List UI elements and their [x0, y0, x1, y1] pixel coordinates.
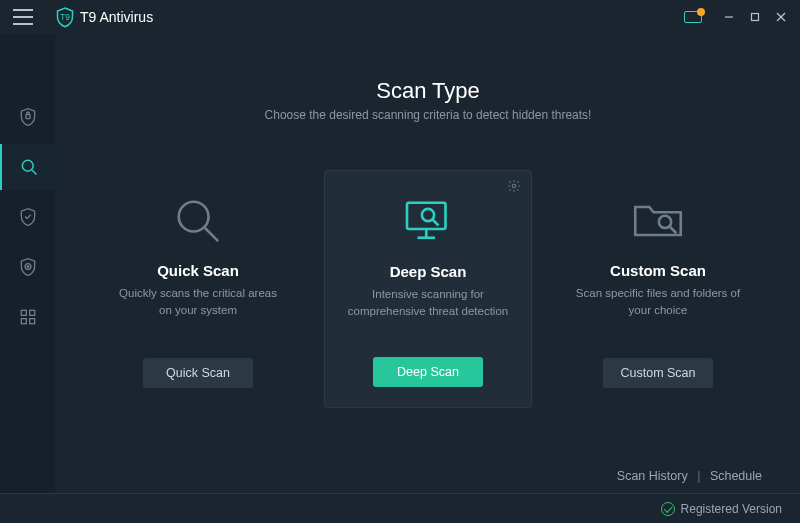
card-desc: Quickly scans the critical areas on your… — [112, 285, 284, 346]
magnifier-icon — [167, 190, 229, 252]
card-title: Quick Scan — [157, 262, 239, 279]
card-desc: Scan specific files and folders of your … — [572, 285, 744, 346]
monitor-scan-icon — [397, 191, 459, 253]
quick-scan-button[interactable]: Quick Scan — [143, 358, 253, 388]
svg-rect-10 — [21, 310, 26, 315]
menu-button[interactable] — [0, 0, 46, 34]
svg-line-21 — [432, 219, 438, 225]
svg-rect-12 — [21, 319, 26, 324]
registration-status: Registered Version — [681, 502, 782, 516]
svg-point-14 — [179, 202, 209, 232]
separator: | — [697, 469, 700, 483]
svg-rect-17 — [407, 203, 446, 229]
titlebar: T9 T9 Antivirus — [0, 0, 800, 34]
check-icon — [661, 502, 675, 516]
scan-history-link[interactable]: Scan History — [617, 469, 688, 483]
sidebar-item-apps[interactable] — [0, 294, 56, 340]
svg-point-22 — [659, 216, 671, 228]
card-quick-scan: Quick Scan Quickly scans the critical ar… — [94, 170, 302, 408]
svg-point-16 — [512, 184, 516, 188]
wallet-icon[interactable] — [684, 11, 702, 23]
scan-cards: Quick Scan Quickly scans the critical ar… — [88, 170, 768, 408]
svg-rect-2 — [752, 14, 759, 21]
svg-rect-5 — [25, 115, 29, 119]
footer-links: Scan History | Schedule — [88, 469, 768, 483]
maximize-button[interactable] — [742, 4, 768, 30]
app-title: T9 Antivirus — [80, 9, 153, 25]
svg-line-15 — [205, 228, 218, 241]
deep-scan-button[interactable]: Deep Scan — [373, 357, 483, 387]
page-subtitle: Choose the desired scanning criteria to … — [88, 108, 768, 122]
folder-scan-icon — [627, 190, 689, 252]
statusbar: Registered Version — [0, 493, 800, 523]
sidebar-item-firewall[interactable] — [0, 244, 56, 290]
sidebar-item-protection[interactable] — [0, 94, 56, 140]
shield-logo-icon: T9 — [56, 6, 74, 28]
app-brand: T9 T9 Antivirus — [56, 6, 153, 28]
svg-line-7 — [31, 170, 36, 175]
svg-line-23 — [669, 226, 676, 233]
sidebar-item-shield-check[interactable] — [0, 194, 56, 240]
card-title: Deep Scan — [390, 263, 467, 280]
page-title: Scan Type — [88, 78, 768, 104]
svg-text:T9: T9 — [60, 13, 70, 22]
svg-point-6 — [22, 160, 33, 171]
minimize-button[interactable] — [716, 4, 742, 30]
card-desc: Intensive scanning for comprehensive thr… — [343, 286, 513, 345]
svg-point-9 — [27, 266, 29, 268]
gear-icon[interactable] — [507, 179, 521, 197]
schedule-link[interactable]: Schedule — [710, 469, 762, 483]
close-button[interactable] — [768, 4, 794, 30]
svg-rect-13 — [29, 319, 34, 324]
card-custom-scan: Custom Scan Scan specific files and fold… — [554, 170, 762, 408]
custom-scan-button[interactable]: Custom Scan — [603, 358, 713, 388]
sidebar — [0, 34, 56, 493]
card-title: Custom Scan — [610, 262, 706, 279]
main-panel: Scan Type Choose the desired scanning cr… — [56, 34, 800, 493]
svg-point-20 — [422, 209, 434, 221]
card-deep-scan: Deep Scan Intensive scanning for compreh… — [324, 170, 532, 408]
sidebar-item-scan[interactable] — [0, 144, 56, 190]
svg-rect-11 — [29, 310, 34, 315]
